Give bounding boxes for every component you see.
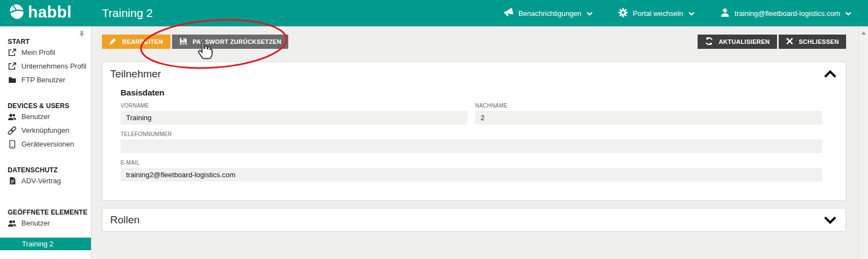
section-title: GEÖFFNETE ELEMENTE <box>0 209 91 216</box>
basisdaten-form: VORNAME NACHNAME TELEFONNUMMER E-MA <box>121 103 822 182</box>
user-email: training@fleetboard-logistics.com <box>735 9 840 18</box>
user-menu[interactable]: training@fleetboard-logistics.com <box>720 8 852 19</box>
basisdaten-heading: Basisdaten <box>121 88 822 97</box>
device-icon <box>8 140 16 149</box>
megaphone-icon <box>503 8 513 19</box>
edit-button-label: BEARBEITEN <box>122 38 163 45</box>
telefonnummer-label: TELEFONNUMMER <box>121 131 822 137</box>
chevron-down-icon <box>586 9 593 18</box>
sidebar-item-adv-vertrag[interactable]: ADV-Vertrag <box>0 174 91 188</box>
sidebar-item-benutzer[interactable]: Benutzer <box>0 110 91 123</box>
sidebar-item-geraeteversionen[interactable]: Geräteversionen <box>0 137 91 151</box>
sidebar-section-devices-users: DEVICES & USERS Benutzer Verknüpfungen <box>0 102 91 151</box>
telefonnummer-input[interactable] <box>121 139 822 153</box>
sidebar-item-label: Mein Profil <box>21 48 55 57</box>
sidebar-item-training-2-active[interactable]: Training 2 <box>0 238 91 250</box>
users-icon <box>8 219 16 227</box>
email-input[interactable] <box>121 168 822 182</box>
teilnehmer-panel: Teilnehmer Basisdaten VORNAME NACHNAME <box>102 61 846 201</box>
vorname-input[interactable] <box>121 111 467 125</box>
scrollbar[interactable] <box>859 26 868 259</box>
notifications-menu[interactable]: Benachrichtigungen <box>503 8 593 19</box>
rollen-panel: Rollen <box>102 208 846 232</box>
habbl-logo-icon <box>8 3 25 23</box>
panel-title: Rollen <box>110 213 140 227</box>
habbl-logo[interactable]: habbl <box>0 3 92 23</box>
gear-icon <box>618 8 628 19</box>
sidebar: START Mein Profil Unternehmens Profil <box>0 26 92 259</box>
sidebar-section-datenschutz: DATENSCHUTZ ADV-Vertrag <box>0 166 91 188</box>
scroll-up-arrow-icon[interactable] <box>861 31 866 35</box>
folder-icon <box>8 76 16 83</box>
section-title: DEVICES & USERS <box>0 102 91 110</box>
sidebar-item-benutzer-open[interactable]: Benutzer <box>0 216 91 230</box>
sidebar-item-label: FTP Benutzer <box>21 76 65 84</box>
section-title: START <box>0 38 91 46</box>
sidebar-item-label: Benutzer <box>21 219 50 227</box>
portal-switch-menu[interactable]: Portal wechseln <box>618 8 695 19</box>
portal-switch-label: Portal wechseln <box>633 9 683 18</box>
sidebar-item-label: Training 2 <box>22 240 53 248</box>
vorname-label: VORNAME <box>121 103 467 109</box>
nachname-field-group: NACHNAME <box>475 103 822 125</box>
app-header: habbl Training 2 Benachrichtigungen <box>0 0 868 26</box>
link-icon <box>8 126 16 135</box>
sidebar-item-ftp-benutzer[interactable]: FTP Benutzer <box>0 73 91 87</box>
refresh-button-label: AKTUALISIEREN <box>719 38 770 45</box>
chevron-down-icon[interactable] <box>824 216 837 224</box>
users-icon <box>8 113 16 121</box>
sidebar-item-label: ADV-Vertrag <box>21 177 61 185</box>
save-icon <box>179 37 187 47</box>
reset-password-button[interactable]: PASSWORT ZURÜCKSETZEN <box>172 35 289 49</box>
sidebar-item-label: Geräteversionen <box>21 140 74 148</box>
sidebar-item-label: Benutzer <box>21 112 50 121</box>
refresh-button[interactable]: AKTUALISIEREN <box>698 35 777 49</box>
sidebar-item-label: Verknüpfungen <box>21 126 69 134</box>
sidebar-item-label: Unternehmens Profil <box>21 62 87 70</box>
nachname-input[interactable] <box>475 111 822 125</box>
sidebar-item-mein-profil[interactable]: Mein Profil <box>0 46 91 59</box>
edit-button[interactable]: BEARBEITEN <box>102 35 170 49</box>
notifications-label: Benachrichtigungen <box>518 9 581 18</box>
logo-wordmark: habbl <box>28 4 72 22</box>
share-icon <box>8 62 16 70</box>
rollen-panel-header[interactable]: Rollen <box>102 209 846 231</box>
reset-password-button-label: PASSWORT ZURÜCKSETZEN <box>193 38 282 45</box>
refresh-icon <box>705 37 713 47</box>
toolbar-left: BEARBEITEN <box>102 35 288 49</box>
page-title: Training 2 <box>102 7 153 20</box>
nachname-label: NACHNAME <box>475 103 822 109</box>
sidebar-item-verknuepfungen[interactable]: Verknüpfungen <box>0 123 91 137</box>
pencil-icon <box>109 37 117 46</box>
chevron-down-icon <box>688 9 695 18</box>
app-window: habbl Training 2 Benachrichtigungen <box>0 0 868 259</box>
close-button[interactable]: SCHLIESSEN <box>779 35 846 49</box>
header-nav: Benachrichtigungen <box>503 8 868 19</box>
sidebar-item-unternehmens-profil[interactable]: Unternehmens Profil <box>0 59 91 73</box>
sidebar-section-start: START Mein Profil Unternehmens Profil <box>0 38 91 87</box>
toolbar-right: AKTUALISIEREN SCHLIESSEN <box>698 35 846 49</box>
sidebar-section-geoeffnete-elemente: GEÖFFNETE ELEMENTE Benutzer Training 2 <box>0 209 91 250</box>
share-icon <box>8 48 16 57</box>
main-content: BEARBEITEN <box>92 26 868 259</box>
close-icon <box>786 37 793 46</box>
email-field-group: E-MAIL <box>121 160 822 182</box>
teilnehmer-panel-header: Teilnehmer <box>102 62 846 81</box>
email-label: E-MAIL <box>121 160 822 166</box>
vorname-field-group: VORNAME <box>121 103 467 125</box>
toolbar: BEARBEITEN <box>102 35 846 49</box>
section-title: DATENSCHUTZ <box>0 166 91 174</box>
document-icon <box>8 177 16 185</box>
chevron-down-icon <box>845 9 852 18</box>
chevron-up-icon[interactable] <box>824 70 837 78</box>
telefonnummer-field-group: TELEFONNUMMER <box>121 131 822 153</box>
close-button-label: SCHLIESSEN <box>799 38 839 45</box>
panel-title: Teilnehmer <box>110 67 161 81</box>
pin-icon[interactable] <box>78 30 85 41</box>
user-icon <box>720 8 730 19</box>
teilnehmer-panel-body: Basisdaten VORNAME NACHNAME TELEFONNUMME… <box>102 81 846 200</box>
